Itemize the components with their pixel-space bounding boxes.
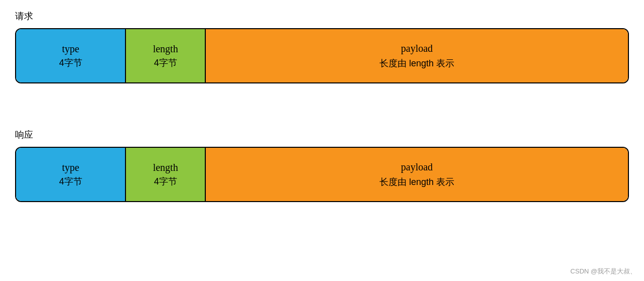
request-payload-sub: 长度由 length 表示 [379, 57, 454, 69]
request-type-sub: 4字节 [59, 57, 82, 69]
request-length-main: length [153, 43, 178, 55]
request-type-block: type 4字节 [16, 29, 126, 82]
response-length-main: length [153, 162, 178, 173]
response-label: 响应 [15, 129, 629, 141]
response-section: 响应 type 4字节 length 4字节 payload 长度由 lengt… [15, 129, 629, 202]
request-diagram: type 4字节 length 4字节 payload 长度由 length 表… [15, 28, 629, 83]
request-section: 请求 type 4字节 length 4字节 payload 长度由 lengt… [15, 10, 629, 83]
request-payload-block: payload 长度由 length 表示 [206, 29, 628, 82]
response-type-sub: 4字节 [59, 175, 82, 188]
request-length-sub: 4字节 [154, 57, 177, 69]
response-length-sub: 4字节 [154, 175, 177, 188]
response-payload-main: payload [401, 161, 433, 173]
request-length-block: length 4字节 [126, 29, 205, 82]
response-length-block: length 4字节 [126, 148, 205, 201]
response-diagram: type 4字节 length 4字节 payload 长度由 length 表… [15, 147, 629, 202]
response-payload-block: payload 长度由 length 表示 [206, 148, 628, 201]
response-type-main: type [62, 162, 79, 173]
watermark: CSDN @我不是大叔、 [570, 267, 636, 276]
request-type-main: type [62, 43, 79, 55]
request-payload-main: payload [401, 43, 433, 54]
request-label: 请求 [15, 10, 629, 22]
response-type-block: type 4字节 [16, 148, 126, 201]
section-spacer [15, 104, 629, 129]
response-payload-sub: 长度由 length 表示 [379, 176, 454, 188]
